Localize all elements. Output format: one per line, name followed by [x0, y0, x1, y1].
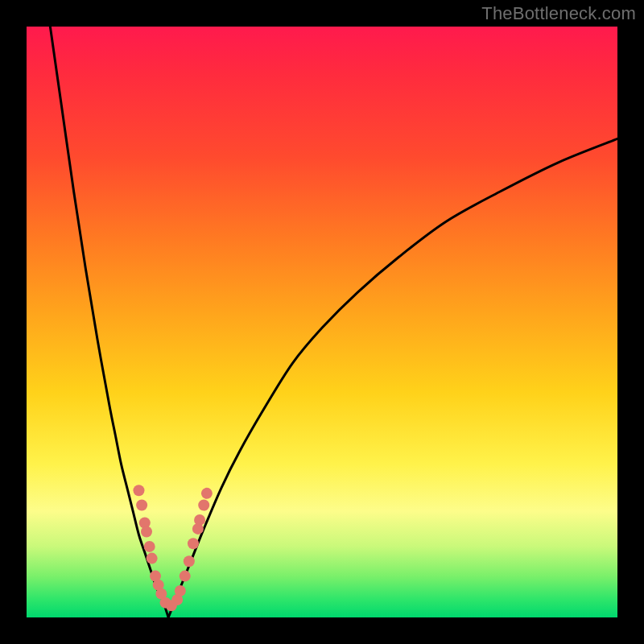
highlight-dot	[141, 526, 152, 538]
highlight-dot	[133, 485, 144, 496]
highlight-dot	[201, 488, 213, 499]
curve-right-branch	[168, 138, 617, 617]
plot-area	[27, 27, 617, 617]
highlight-dot	[188, 538, 199, 549]
highlight-dot	[144, 541, 155, 552]
highlight-dot	[194, 514, 205, 526]
highlight-dot	[175, 585, 186, 597]
highlight-dot	[136, 500, 147, 511]
highlight-dots	[133, 485, 212, 611]
watermark-text: TheBottleneck.com	[481, 3, 636, 24]
highlight-dot	[198, 500, 209, 511]
curve-layer	[27, 27, 617, 617]
highlight-dot	[180, 571, 191, 582]
chart-frame: TheBottleneck.com	[0, 0, 644, 644]
highlight-dot	[147, 553, 158, 564]
highlight-dot	[184, 555, 195, 567]
